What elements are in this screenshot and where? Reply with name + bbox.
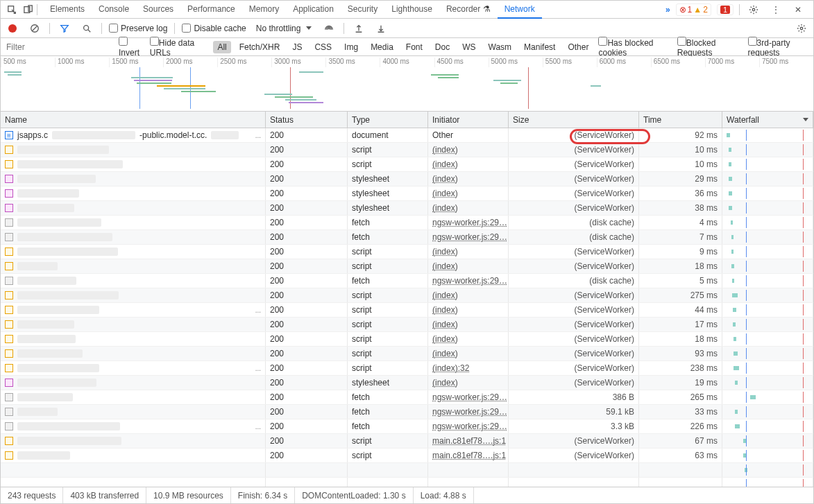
initiator-link[interactable]: (index) [432,174,458,184]
initiator-link[interactable]: (index) [432,261,458,271]
clear-button[interactable] [27,21,42,36]
initiator-link[interactable]: main.c81ef78….js:1 [432,451,506,460]
column-time[interactable]: Time [639,112,722,128]
type-chip-js[interactable]: JS [288,41,306,53]
table-row[interactable]: 200script(index)(ServiceWorker)18 ms [1,259,813,274]
tab-console[interactable]: Console [92,1,136,19]
initiator-link[interactable]: ngsw-worker.js:29… [432,392,507,402]
tab-performance[interactable]: Performance [180,1,242,19]
type-chip-manifest[interactable]: Manifest [520,41,559,53]
type-chip-fetch-xhr[interactable]: Fetch/XHR [235,41,285,53]
table-row[interactable]: 200scriptmain.c81ef78….js:1(ServiceWorke… [1,449,813,463]
tab-memory[interactable]: Memory [242,1,286,19]
table-row[interactable]: ...200fetchngsw-worker.js:29…3.3 kB226 m… [1,419,813,434]
table-row[interactable]: ≡jsapps.c-public.model-t.cc....200docume… [1,128,813,143]
tab-lighthouse[interactable]: Lighthouse [384,1,439,19]
hide-data-urls-checkbox[interactable]: Hide data URLs [150,37,208,58]
table-row[interactable]: 200script(index)(ServiceWorker)10 ms [1,143,813,157]
type-chip-font[interactable]: Font [402,41,427,53]
filter-input[interactable] [3,40,113,54]
blocked-cookies-checkbox[interactable]: Has blocked cookies [598,37,671,58]
table-row[interactable]: 200scriptmain.c81ef78….js:1(ServiceWorke… [1,434,813,449]
tab-sources[interactable]: Sources [136,1,180,19]
inspect-element-icon[interactable] [3,1,20,18]
initiator-link[interactable]: (index):32 [432,363,469,373]
table-row[interactable]: 200fetchngsw-worker.js:29…386 B265 ms [1,390,813,405]
error-warning-badge[interactable]: ⊗1 ▲2 [676,3,711,16]
issues-badge[interactable]: 1 [717,4,734,15]
timeline-overview[interactable]: 500 ms1000 ms1500 ms2000 ms2500 ms3000 m… [1,56,813,112]
table-row[interactable]: 200stylesheet(index)(ServiceWorker)19 ms [1,376,813,390]
initiator-link[interactable]: (index) [432,290,458,300]
network-conditions-icon[interactable] [321,21,337,36]
more-tabs-icon[interactable]: » [660,5,676,15]
initiator-link[interactable]: (index) [432,334,458,344]
table-row[interactable] [1,478,813,487]
initiator-link[interactable]: ngsw-worker.js:29… [432,422,507,431]
initiator-link[interactable]: (index) [432,247,458,257]
table-row[interactable]: 200script(index)(ServiceWorker)275 ms [1,288,813,303]
table-row[interactable]: 200fetchngsw-worker.js:29…(disk cache)5 … [1,274,813,288]
tab-security[interactable]: Security [341,1,384,19]
table-row[interactable]: 200stylesheet(index)(ServiceWorker)29 ms [1,172,813,186]
type-chip-other[interactable]: Other [563,41,593,53]
initiator-link[interactable]: (index) [432,189,458,198]
table-row[interactable]: 200fetchngsw-worker.js:29…(disk cache)7 … [1,230,813,245]
column-status[interactable]: Status [266,112,348,128]
column-name[interactable]: Name [1,112,266,128]
close-devtools-icon[interactable]: ✕ [790,1,806,18]
table-row[interactable]: 200fetchngsw-worker.js:29…59.1 kB33 ms [1,405,813,419]
table-row[interactable]: 200script(index)(ServiceWorker)93 ms [1,347,813,361]
initiator-link[interactable]: (index) [432,320,458,329]
type-chip-css[interactable]: CSS [310,41,336,53]
type-chip-ws[interactable]: WS [458,41,480,53]
initiator-link[interactable]: (index) [432,145,458,155]
table-row[interactable]: 200script(index)(ServiceWorker)18 ms [1,332,813,347]
table-row[interactable]: 200fetchngsw-worker.js:29…(disk cache)4 … [1,216,813,230]
table-row[interactable]: 200script(index)(ServiceWorker)10 ms [1,157,813,172]
settings-gear-icon[interactable] [745,1,762,18]
initiator-link[interactable]: (index) [432,378,458,388]
column-type[interactable]: Type [348,112,428,128]
type-chip-img[interactable]: Img [340,41,362,53]
preserve-log-checkbox[interactable]: Preserve log [109,24,167,33]
initiator-link[interactable]: ngsw-worker.js:29… [432,407,507,417]
tab-application[interactable]: Application [286,1,341,19]
initiator-link[interactable]: ngsw-worker.js:29… [432,276,507,286]
table-row[interactable]: 200script(index)(ServiceWorker)9 ms [1,245,813,259]
type-chip-media[interactable]: Media [366,41,398,53]
blocked-requests-checkbox[interactable]: Blocked Requests [677,37,743,58]
type-chip-doc[interactable]: Doc [431,41,454,53]
table-row[interactable]: ...200script(index)(ServiceWorker)44 ms [1,303,813,318]
initiator-link[interactable]: ngsw-worker.js:29… [432,232,507,242]
filter-toggle-icon[interactable] [57,21,72,36]
table-row[interactable]: 200stylesheet(index)(ServiceWorker)36 ms [1,186,813,201]
initiator-link[interactable]: (index) [432,159,458,169]
type-chip-wasm[interactable]: Wasm [484,41,516,53]
table-row[interactable]: ...200script(index):32(ServiceWorker)238… [1,361,813,376]
column-size[interactable]: Size [509,112,639,128]
initiator-link[interactable]: (index) [432,349,458,358]
table-row[interactable]: 200stylesheet(index)(ServiceWorker)38 ms [1,201,813,216]
throttling-select[interactable]: No throttling [253,24,315,33]
disable-cache-checkbox[interactable]: Disable cache [182,24,246,33]
column-waterfall[interactable]: Waterfall [722,112,813,128]
record-button[interactable] [5,21,20,36]
invert-checkbox[interactable]: Invert [119,37,144,58]
kebab-menu-icon[interactable]: ⋮ [768,1,784,18]
table-row[interactable] [1,463,813,478]
table-row[interactable]: 200script(index)(ServiceWorker)17 ms [1,318,813,332]
device-toolbar-icon[interactable] [20,1,37,18]
export-har-icon[interactable] [373,21,389,36]
tab-network[interactable]: Network [498,1,542,19]
import-har-icon[interactable] [351,21,366,36]
third-party-checkbox[interactable]: 3rd-party requests [748,37,813,58]
search-icon[interactable] [79,21,94,36]
initiator-link[interactable]: (index) [432,203,458,213]
initiator-link[interactable]: ngsw-worker.js:29… [432,218,507,227]
initiator-link[interactable]: main.c81ef78….js:1 [432,436,506,446]
column-initiator[interactable]: Initiator [428,112,509,128]
tab-recorder[interactable]: Recorder ⚗ [439,1,498,19]
network-settings-gear-icon[interactable] [794,21,809,36]
tab-elements[interactable]: Elements [43,1,92,19]
